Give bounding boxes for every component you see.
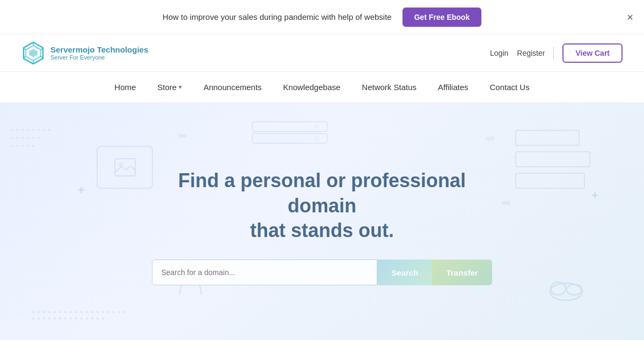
nav-item-contact-us[interactable]: Contact Us bbox=[489, 83, 529, 92]
deco-bottom-lines bbox=[32, 308, 140, 324]
view-cart-button[interactable]: View Cart bbox=[562, 43, 623, 63]
transfer-button[interactable]: Transfer bbox=[432, 260, 492, 285]
nav-item-home[interactable]: Home bbox=[114, 83, 136, 92]
svg-rect-12 bbox=[115, 159, 135, 176]
svg-point-16 bbox=[314, 124, 319, 129]
logo-icon bbox=[21, 41, 45, 65]
register-link[interactable]: Register bbox=[517, 49, 545, 57]
hero-title: Find a personal or professional domain t… bbox=[161, 168, 483, 243]
domain-search-input[interactable] bbox=[152, 260, 377, 285]
deco-box-right-2 bbox=[515, 151, 590, 167]
header-divider bbox=[553, 47, 554, 60]
main-nav: Home Store ▾ Announcements Knowledgebase… bbox=[0, 72, 644, 103]
deco-arrows-2: »» bbox=[485, 132, 494, 144]
banner-text: How to improve your sales during pandemi… bbox=[163, 12, 392, 21]
logo-tagline: Server For Everyone bbox=[50, 54, 148, 61]
deco-box-right-3 bbox=[515, 173, 585, 189]
hero-content: Find a personal or professional domain t… bbox=[141, 147, 502, 296]
deco-plus-right: + bbox=[591, 189, 598, 203]
hero-section: + »» »» «« + bbox=[0, 103, 644, 340]
header-right: Login Register View Cart bbox=[490, 43, 623, 63]
nav-item-announcements[interactable]: Announcements bbox=[203, 83, 261, 92]
banner-close-button[interactable]: × bbox=[627, 12, 633, 23]
hero-search-row: Search Transfer bbox=[152, 260, 492, 285]
top-banner: How to improve your sales during pandemi… bbox=[0, 0, 644, 34]
svg-point-19 bbox=[550, 283, 582, 300]
login-link[interactable]: Login bbox=[490, 49, 508, 57]
logo-name: Servermojo Technologies bbox=[50, 45, 148, 54]
svg-point-13 bbox=[119, 162, 123, 167]
logo[interactable]: Servermojo Technologies Server For Every… bbox=[21, 41, 148, 65]
header: Servermojo Technologies Server For Every… bbox=[0, 34, 644, 72]
svg-point-17 bbox=[314, 136, 319, 141]
nav-item-network-status[interactable]: Network Status bbox=[362, 83, 416, 92]
svg-marker-2 bbox=[29, 49, 38, 57]
svg-point-20 bbox=[551, 282, 566, 295]
svg-rect-14 bbox=[252, 122, 327, 131]
deco-plus-left: + bbox=[78, 183, 85, 197]
get-free-ebook-button[interactable]: Get Free Ebook bbox=[402, 8, 481, 27]
deco-server-icon bbox=[247, 119, 333, 146]
deco-lines-topleft bbox=[11, 124, 64, 157]
svg-point-21 bbox=[567, 284, 582, 295]
deco-box-right-1 bbox=[515, 130, 580, 146]
nav-item-store[interactable]: Store ▾ bbox=[157, 83, 182, 92]
nav-item-affiliates[interactable]: Affiliates bbox=[438, 83, 468, 92]
deco-arrows-1: »» bbox=[177, 130, 186, 141]
deco-cloud-icon bbox=[547, 276, 585, 302]
logo-text: Servermojo Technologies Server For Every… bbox=[50, 45, 148, 61]
svg-rect-15 bbox=[252, 134, 327, 143]
search-button[interactable]: Search bbox=[377, 260, 432, 285]
store-dropdown-arrow: ▾ bbox=[179, 84, 182, 91]
nav-item-knowledgebase[interactable]: Knowledgebase bbox=[283, 83, 341, 92]
